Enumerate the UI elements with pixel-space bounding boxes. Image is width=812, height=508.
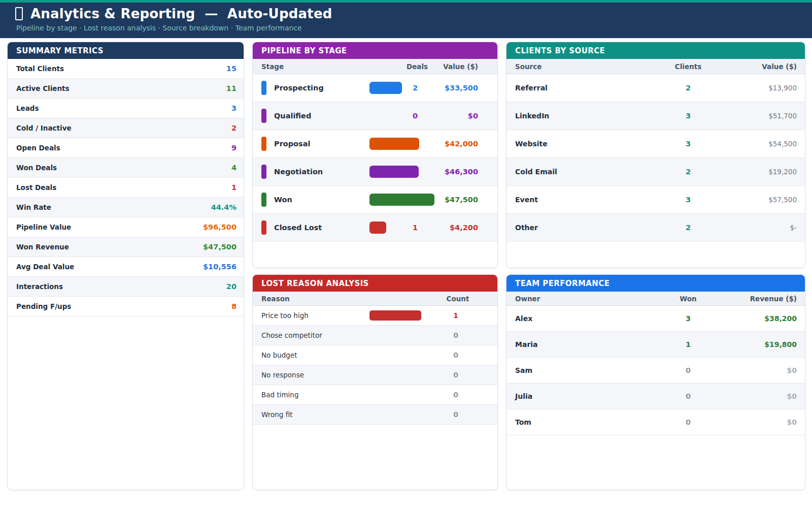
stage-color-chip	[261, 193, 266, 207]
revenue-value: $0	[787, 392, 797, 400]
reason-count: 0	[442, 391, 470, 399]
owner-label: Sam	[515, 366, 532, 374]
source-value: $13,900	[768, 84, 797, 92]
revenue-value: $0	[787, 418, 797, 426]
table-row: Negotiation $46,300	[253, 158, 497, 186]
reason-count: 0	[442, 331, 470, 339]
source-label: Cold Email	[515, 168, 557, 176]
won-count: 0	[672, 366, 704, 374]
deals-bar	[369, 82, 402, 94]
source-label: LinkedIn	[515, 112, 549, 120]
reason-count: 0	[442, 371, 470, 379]
stage-value: $47,500	[445, 196, 478, 204]
clients-count: 2	[672, 84, 704, 92]
metric-value: 2	[231, 124, 236, 132]
source-value: $19,200	[768, 168, 797, 176]
metric-row: Leads3	[8, 99, 244, 118]
reason-label: Price too high	[261, 311, 309, 320]
metric-row: Pending F/ups8	[8, 297, 244, 316]
stage-label: Qualified	[274, 112, 311, 120]
table-row: LinkedIn 3 $51,700	[506, 102, 805, 130]
lost-reason-analysis-panel: LOST REASON ANALYSIS Reason Count Price …	[252, 274, 498, 490]
owner-label: Maria	[515, 340, 538, 348]
column-header-revenue: Revenue ($)	[750, 295, 797, 303]
metric-row: Interactions20	[8, 277, 244, 297]
stage-value: $33,500	[445, 84, 478, 92]
owner-label: Julia	[515, 392, 532, 400]
deals-bar	[369, 166, 419, 178]
reason-label: Chose competitor	[261, 331, 322, 339]
table-row: Cold Email 2 $19,200	[506, 158, 805, 186]
table-row: Event 3 $57,500	[506, 186, 805, 214]
source-value: $51,700	[768, 112, 797, 120]
dashboard-body: SUMMARY METRICS Total Clients15 Active C…	[0, 38, 812, 501]
source-label: Website	[515, 140, 548, 148]
table-row: Price too high 1	[253, 306, 497, 326]
column-header-reason: Reason	[261, 295, 290, 303]
team-column-headers: Owner Won Revenue ($)	[506, 292, 805, 306]
table-row: Maria 1 $19,800	[506, 332, 805, 358]
table-row: Alex 3 $38,200	[506, 306, 805, 332]
metric-row: Avg Deal Value$10,556	[8, 257, 244, 277]
clients-count: 2	[672, 168, 704, 176]
clients-panel-title: CLIENTS BY SOURCE	[506, 42, 805, 59]
reason-count: 0	[442, 410, 470, 419]
stage-color-chip	[261, 137, 266, 151]
won-count: 1	[672, 340, 704, 348]
metric-row: Won Deals4	[8, 158, 244, 178]
reason-count: 1	[442, 311, 470, 320]
metric-label: Total Clients	[16, 65, 64, 73]
owner-label: Tom	[515, 418, 531, 426]
source-label: Other	[515, 224, 538, 232]
metric-row: Pipeline Value$96,500	[8, 217, 244, 237]
source-label: Event	[515, 196, 538, 204]
metric-label: Pipeline Value	[16, 223, 71, 231]
clients-count: 3	[672, 112, 704, 120]
table-row: Julia 0 $0	[506, 384, 805, 409]
page-subtitle: Pipeline by stage · Lost reason analysis…	[16, 24, 798, 32]
won-count: 0	[672, 418, 704, 426]
pipeline-rows: Prospecting 2 $33,500 Qualified 0 $0 Pro…	[253, 74, 497, 242]
metric-value: $96,500	[203, 223, 236, 231]
deals-bar	[369, 221, 386, 234]
metric-value: 8	[231, 302, 236, 310]
pipeline-by-stage-panel: PIPELINE BY STAGE Stage Deals Value ($) …	[252, 42, 498, 268]
metric-value: 44.4%	[211, 203, 236, 211]
metric-row: Active Clients11	[8, 79, 244, 99]
summary-metrics-panel: SUMMARY METRICS Total Clients15 Active C…	[7, 42, 244, 490]
table-row: Qualified 0 $0	[253, 102, 497, 130]
source-label: Referral	[515, 84, 548, 92]
metric-label: Win Rate	[16, 203, 51, 211]
won-count: 0	[672, 392, 704, 400]
stage-value: $0	[468, 112, 478, 120]
column-header-won: Won	[672, 295, 704, 303]
metric-label: Cold / Inactive	[16, 124, 72, 132]
metric-label: Interactions	[16, 282, 63, 291]
table-row: Tom 0 $0	[506, 409, 805, 435]
stage-label: Negotiation	[274, 168, 323, 176]
revenue-value: $0	[787, 366, 797, 374]
stage-label: Won	[274, 196, 292, 204]
column-header-clients: Clients	[672, 62, 704, 71]
metric-value: 1	[231, 183, 236, 192]
table-row: Proposal $42,000	[253, 130, 497, 158]
source-value: $-	[790, 224, 797, 232]
clients-by-source-panel: CLIENTS BY SOURCE Source Clients Value (…	[506, 42, 805, 268]
pipeline-column-headers: Stage Deals Value ($)	[253, 59, 497, 74]
metric-value: 15	[226, 65, 236, 73]
revenue-value: $19,800	[764, 340, 797, 348]
metric-value: $47,500	[203, 243, 236, 251]
metric-label: Won Revenue	[16, 243, 69, 251]
clients-count: 3	[672, 140, 704, 148]
team-rows: Alex 3 $38,200 Maria 1 $19,800 Sam 0 $0 …	[506, 306, 805, 435]
stage-value: $4,200	[450, 224, 478, 232]
deals-bar	[369, 138, 419, 150]
page-header: Analytics & Reporting — Auto-Updated Pip…	[0, 0, 812, 38]
metric-row: Open Deals9	[8, 138, 244, 158]
metric-label: Avg Deal Value	[16, 263, 74, 271]
metric-value: 9	[231, 144, 236, 152]
clients-count: 3	[672, 196, 704, 204]
table-row: Referral 2 $13,900	[506, 74, 805, 102]
reason-label: No response	[261, 371, 304, 379]
column-header-stage: Stage	[261, 62, 284, 71]
